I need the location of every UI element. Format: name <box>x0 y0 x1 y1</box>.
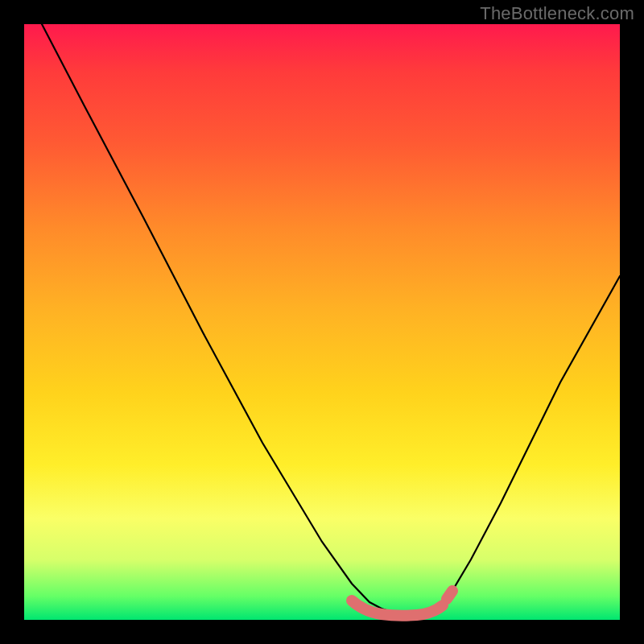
watermark: TheBottleneck.com <box>480 3 634 24</box>
chart-frame: TheBottleneck.com <box>0 0 644 644</box>
chart-svg <box>24 24 620 620</box>
trough-highlight <box>352 591 452 616</box>
bottleneck-curve <box>42 24 620 614</box>
